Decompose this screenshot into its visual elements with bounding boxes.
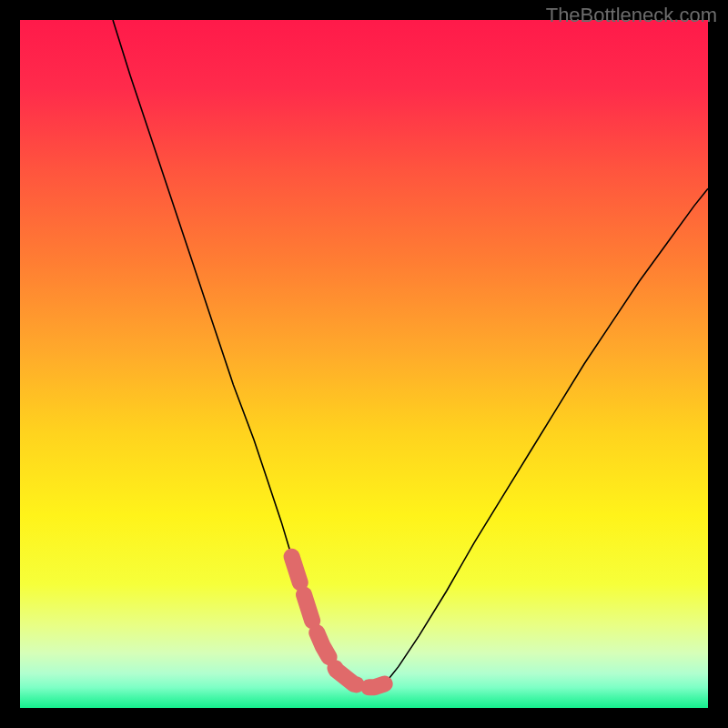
plot-area xyxy=(20,20,708,708)
watermark-text: TheBottleneck.com xyxy=(546,4,717,27)
annotation-layer xyxy=(20,20,708,708)
valley-highlight xyxy=(292,557,385,688)
chart-page: TheBottleneck.com xyxy=(0,0,728,728)
